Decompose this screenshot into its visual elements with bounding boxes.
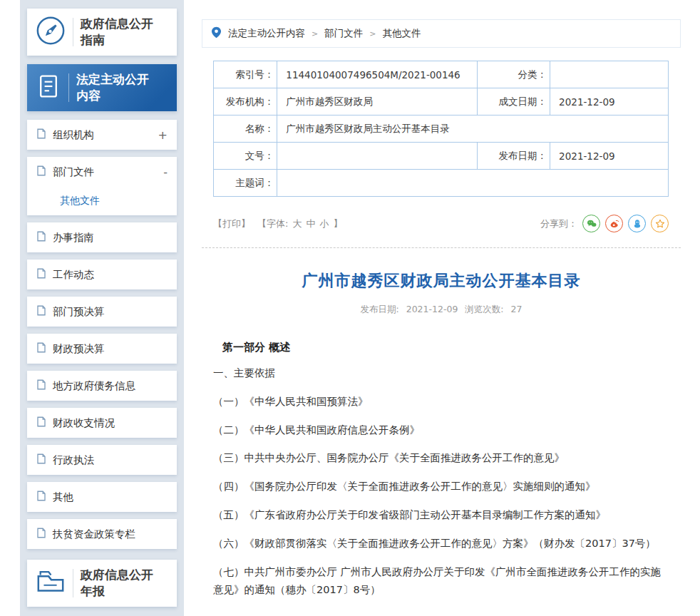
font-size-suffix: 】	[333, 217, 342, 230]
doc-icon	[36, 165, 46, 179]
disclosure-guide-label: 政府信息公开指南	[81, 16, 165, 48]
font-size-large-button[interactable]: 大	[292, 217, 302, 230]
share-favorite-icon[interactable]	[651, 215, 669, 232]
section-heading: 第一部分 概述	[213, 341, 669, 354]
breadcrumb: 法定主动公开内容 > 部门文件 > 其他文件	[202, 19, 681, 48]
doc-icon	[36, 268, 46, 282]
doc-icon	[36, 453, 46, 467]
view-count-label: 浏览次数:	[465, 304, 503, 314]
main-content: 法定主动公开内容 > 部门文件 > 其他文件 索引号： 114401040074…	[202, 0, 681, 616]
breadcrumb-separator: >	[369, 29, 376, 38]
menu-item-label: 办事指南	[53, 231, 94, 245]
page: 政府信息公开指南 法定主动公开内容 组织机构 +	[0, 0, 700, 616]
share-weibo-icon[interactable]	[605, 215, 623, 232]
statutory-disclosure-label: 法定主动公开内容	[76, 71, 160, 104]
article-paragraph: （五）《广东省政府办公厅关于印发省级部门主动公开基本目录编制工作方案的通知》	[213, 506, 669, 525]
doc-icon	[36, 379, 46, 393]
doc-icon	[36, 342, 46, 356]
document-number-value	[277, 143, 478, 170]
sidebar-item-department-budget[interactable]: 部门预决算	[27, 297, 177, 327]
category-value	[550, 61, 669, 88]
doc-icon	[36, 528, 46, 541]
table-row: 文号： 发布日期： 2021-12-09	[214, 143, 669, 170]
menu-item-label: 财政收支情况	[53, 416, 115, 430]
sidebar-item-administrative-enforcement[interactable]: 行政执法	[27, 445, 177, 475]
font-size-prefix: 【字体:	[257, 217, 288, 230]
publish-date-value: 2021-12-09	[550, 143, 669, 170]
table-row: 主题词：	[214, 170, 669, 197]
document-icon	[36, 73, 61, 102]
article-paragraph: （一）《中华人民共和国预算法》	[213, 393, 669, 411]
sidebar-item-local-government-debt[interactable]: 地方政府债务信息	[27, 371, 177, 401]
article-paragraph: （三）中共中央办公厅、国务院办公厅《关于全面推进政务公开工作的意见》	[213, 449, 669, 468]
annual-report-label: 政府信息公开年报	[81, 567, 165, 600]
sidebar-group-department-documents: 部门文件 - 其他文件	[27, 157, 177, 215]
vertical-divider	[73, 18, 73, 46]
article-paragraph: （二）《中华人民共和国政府信息公开条例》	[213, 421, 669, 440]
table-row: 索引号： 11440104007496504M/2021-00146 分类：	[214, 61, 669, 88]
breadcrumb-item-department-documents[interactable]: 部门文件	[324, 27, 363, 40]
sidebar: 政府信息公开指南 法定主动公开内容 组织机构 +	[20, 0, 184, 616]
article-paragraph: （七）中共广州市委办公厅 广州市人民政府办公厅关于印发《广州市全面推进政务公开工…	[213, 563, 669, 600]
menu-item-label: 扶贫资金政策专栏	[53, 528, 135, 541]
publishing-agency-label: 发布机构：	[214, 88, 277, 115]
breadcrumb-item-statutory-disclosure[interactable]: 法定主动公开内容	[228, 27, 305, 40]
publish-date-label: 发布日期:	[361, 304, 399, 314]
sidebar-card-statutory-disclosure[interactable]: 法定主动公开内容	[27, 64, 177, 111]
sidebar-card-disclosure-guide[interactable]: 政府信息公开指南	[27, 9, 177, 56]
location-pin-icon	[211, 26, 222, 41]
index-number-value: 11440104007496504M/2021-00146	[277, 61, 478, 88]
share-label: 分享到：	[540, 217, 577, 230]
article-paragraph: （六）《财政部贯彻落实〈关于全面推进政务公开工作的意见〉方案》（财办发〔2017…	[213, 535, 669, 553]
publishing-agency-value: 广州市越秀区财政局	[277, 88, 478, 115]
article-title: 广州市越秀区财政局主动公开基本目录	[213, 270, 669, 292]
index-number-label: 索引号：	[214, 61, 277, 88]
article-toolbar: 【打印】 【字体: 大 中 小 】 分享到：	[213, 215, 669, 232]
doc-icon	[36, 416, 46, 430]
document-number-label: 文号：	[214, 143, 277, 170]
doc-icon	[36, 305, 46, 319]
vertical-divider	[73, 569, 73, 597]
share-qq-icon[interactable]	[628, 215, 646, 232]
table-row: 发布机构： 广州市越秀区财政局 成文日期： 2021-12-09	[214, 88, 669, 115]
sidebar-item-poverty-alleviation-fund-column[interactable]: 扶贫资金政策专栏	[27, 519, 177, 549]
sidebar-item-fiscal-budget[interactable]: 财政预决算	[27, 334, 177, 364]
document-info-table: 索引号： 11440104007496504M/2021-00146 分类： 发…	[213, 61, 669, 197]
sidebar-item-fiscal-revenue-expenditure[interactable]: 财政收支情况	[27, 408, 177, 438]
collapse-icon[interactable]: -	[163, 165, 168, 179]
font-size-medium-button[interactable]: 中	[306, 217, 315, 230]
document-name-label: 名称：	[214, 115, 277, 143]
keywords-value	[277, 170, 669, 197]
article-paragraph: 一、主要依据	[213, 364, 669, 383]
menu-item-label: 部门预决算	[53, 305, 105, 319]
sidebar-item-organization[interactable]: 组织机构 +	[27, 120, 177, 150]
sidebar-subitem-other-documents[interactable]: 其他文件	[27, 187, 177, 215]
menu-item-label: 财政预决算	[53, 342, 105, 356]
doc-icon	[36, 231, 46, 245]
sidebar-item-department-documents[interactable]: 部门文件 -	[27, 157, 177, 187]
publish-date-label: 发布日期：	[478, 143, 550, 170]
menu-item-label: 行政执法	[53, 453, 94, 467]
menu-item-label: 部门文件	[53, 165, 94, 179]
keywords-label: 主题词：	[214, 170, 277, 197]
font-size-small-button[interactable]: 小	[319, 217, 329, 230]
sidebar-item-service-guide[interactable]: 办事指南	[27, 222, 177, 252]
sidebar-card-annual-report[interactable]: 政府信息公开年报	[27, 560, 177, 607]
folder-icon	[36, 567, 66, 600]
menu-item-label: 组织机构	[53, 128, 94, 142]
doc-icon	[36, 491, 46, 504]
sidebar-item-others[interactable]: 其他	[27, 482, 177, 512]
menu-item-label: 其他	[53, 491, 73, 504]
print-button[interactable]: 【打印】	[213, 217, 250, 230]
compass-pen-icon	[36, 16, 66, 48]
dashed-divider	[202, 247, 681, 248]
category-label: 分类：	[478, 61, 550, 88]
sidebar-item-work-updates[interactable]: 工作动态	[27, 260, 177, 289]
table-row: 名称： 广州市越秀区财政局主动公开基本目录	[214, 115, 669, 143]
share-wechat-icon[interactable]	[582, 215, 600, 232]
expand-icon[interactable]: +	[158, 128, 168, 142]
article-paragraph: （四）《国务院办公厅印发〈关于全面推进政务公开工作的意见〉实施细则的通知》	[213, 478, 669, 496]
doc-icon	[36, 128, 46, 142]
vertical-divider	[68, 73, 69, 102]
breadcrumb-item-other-documents: 其他文件	[382, 27, 421, 40]
